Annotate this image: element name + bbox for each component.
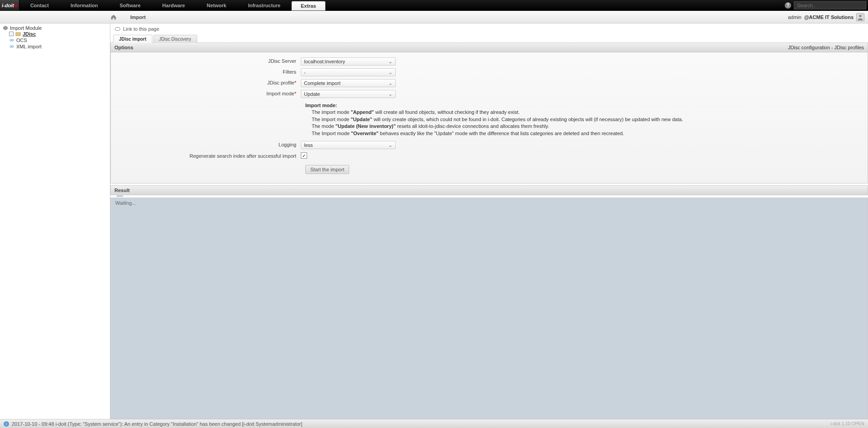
result-area: Waiting... xyxy=(110,198,868,419)
start-import-button[interactable]: Start the import xyxy=(305,165,349,174)
search-input[interactable] xyxy=(794,1,866,9)
nav-software[interactable]: Software xyxy=(109,0,151,10)
label-jdisc-profile: JDisc profile xyxy=(267,80,294,85)
link-icon xyxy=(9,44,14,49)
sidebar-item-xml[interactable]: XML import xyxy=(9,43,107,50)
module-icon xyxy=(3,25,8,31)
sidebar-item-jdisc[interactable]: - JDisc xyxy=(9,31,107,37)
options-links: JDisc configuration - JDisc profiles xyxy=(788,45,864,50)
folder-icon xyxy=(15,31,21,37)
sidebar-item-label: OCS xyxy=(16,38,27,43)
mode-desc-update: The import mode "Update" will only creat… xyxy=(305,116,868,123)
mode-desc-update-new: The mode "Update (New inventory)" resets… xyxy=(305,123,868,130)
avatar-icon[interactable] xyxy=(856,13,864,21)
svg-point-3 xyxy=(12,39,14,41)
sidebar-item-label: XML import xyxy=(16,44,42,49)
link-sep: - xyxy=(830,45,835,50)
main-content: Link to this page JDisc import JDisc Dis… xyxy=(110,24,868,419)
nav-infrastructure[interactable]: Infrastructure xyxy=(237,0,291,10)
info-icon: i xyxy=(4,421,9,427)
result-header: Result xyxy=(110,185,868,195)
nav-information[interactable]: Information xyxy=(60,0,109,10)
logo-dot-icon xyxy=(14,5,17,7)
tabs-row: JDisc import JDisc Discovery xyxy=(110,35,868,43)
top-navigation: i-doit Contact Information Software Hard… xyxy=(0,0,868,11)
mode-desc-append: The import mode "Append" will create all… xyxy=(305,109,868,116)
link-icon xyxy=(9,38,14,43)
mode-desc-header: Import mode: xyxy=(305,102,868,109)
result-notch xyxy=(117,195,123,197)
label-filters: Filters xyxy=(283,69,296,75)
sidebar-item-label: JDisc xyxy=(23,31,36,37)
tab-jdisc-import[interactable]: JDisc import xyxy=(113,35,152,43)
svg-point-5 xyxy=(12,46,14,47)
link-bar: Link to this page xyxy=(110,24,868,34)
label-import-mode: Import mode xyxy=(266,91,294,96)
sidebar-root-label: Import Module xyxy=(10,25,42,31)
label-logging: Logging xyxy=(279,142,296,147)
tab-jdisc-discovery[interactable]: JDisc Discovery xyxy=(153,35,197,43)
svg-rect-1 xyxy=(16,33,20,36)
chain-link-icon xyxy=(115,27,120,31)
checkbox-regen-index[interactable]: ✓ xyxy=(301,152,307,159)
user-info: admin @ACME IT Solutions xyxy=(788,13,864,21)
link-jdisc-config[interactable]: JDisc configuration xyxy=(788,45,830,50)
select-logging[interactable]: less xyxy=(301,141,396,149)
select-filters[interactable]: - xyxy=(301,68,396,76)
options-header: Options JDisc configuration - JDisc prof… xyxy=(110,42,868,52)
svg-point-4 xyxy=(10,46,12,47)
options-title: Options xyxy=(114,45,133,50)
breadcrumb-page: Import xyxy=(130,14,146,20)
user-name: admin xyxy=(788,14,802,20)
sidebar-root: Import Module xyxy=(3,25,107,31)
label-regen-index: Regenerate search index after successful… xyxy=(190,153,296,159)
nav-contact[interactable]: Contact xyxy=(19,0,60,10)
breadcrumb-bar: Import admin @ACME IT Solutions xyxy=(0,11,868,24)
result-text: Waiting... xyxy=(115,200,136,206)
svg-point-2 xyxy=(10,39,12,41)
status-text: 2017-10-10 - 09:48 i-doit (Type: "System… xyxy=(12,421,302,427)
select-jdisc-profile[interactable]: Complete import xyxy=(301,79,396,87)
nav-items: Contact Information Software Hardware Ne… xyxy=(19,0,326,10)
nav-network[interactable]: Network xyxy=(196,0,237,10)
mode-description: Import mode: The import mode "Append" wi… xyxy=(305,102,868,137)
logo-text: i-doit xyxy=(2,3,14,8)
sidebar: Import Module - JDisc OCS XML import xyxy=(0,24,110,419)
sidebar-item-ocs[interactable]: OCS xyxy=(9,37,107,43)
select-jdisc-server[interactable]: localhost:inventory xyxy=(301,57,396,66)
link-to-page[interactable]: Link to this page xyxy=(123,26,159,32)
logo[interactable]: i-doit xyxy=(0,0,19,10)
label-jdisc-server: JDisc Server xyxy=(268,58,296,64)
nav-hardware[interactable]: Hardware xyxy=(152,0,196,10)
svg-point-0 xyxy=(859,14,861,17)
form-panel: JDisc Server localhost:inventory Filters… xyxy=(110,52,868,183)
mode-desc-overwrite: The Import mode "Overwrite" behaves exac… xyxy=(305,130,868,137)
version-text: i-doit 1.10 OPEN xyxy=(830,421,864,426)
home-icon[interactable] xyxy=(110,14,117,20)
help-icon[interactable]: ? xyxy=(785,2,791,9)
link-jdisc-profiles[interactable]: JDisc profiles xyxy=(835,45,864,50)
nav-right: ? xyxy=(785,0,868,10)
status-bar: i 2017-10-10 - 09:48 i-doit (Type: "Syst… xyxy=(0,419,868,428)
nav-extras[interactable]: Extras xyxy=(291,1,326,11)
select-import-mode[interactable]: Update xyxy=(301,90,396,98)
caret-icon[interactable]: - xyxy=(9,32,14,36)
tenant-name: @ACME IT Solutions xyxy=(804,14,854,20)
